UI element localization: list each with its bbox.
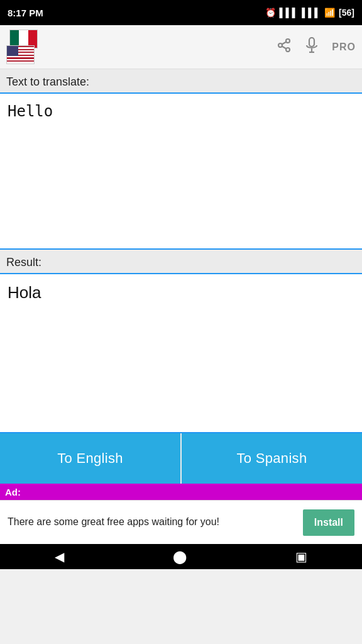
status-time: 8:17 PM — [8, 8, 43, 18]
translate-input[interactable] — [0, 92, 362, 250]
pro-button[interactable]: PRO — [332, 42, 356, 53]
svg-line-4 — [282, 42, 287, 44]
ad-bar: Ad: — [0, 484, 362, 500]
us-flag — [6, 45, 35, 64]
mic-icon[interactable] — [304, 37, 319, 57]
result-box: Hola — [0, 273, 362, 433]
main-content: Text to translate: Result: Hola — [0, 69, 362, 433]
home-button[interactable]: ⬤ — [173, 549, 187, 564]
alarm-icon: ⏰ — [265, 8, 276, 18]
bottom-nav: ◀ ⬤ ▣ — [0, 544, 362, 569]
svg-point-2 — [286, 48, 290, 52]
recents-button[interactable]: ▣ — [295, 549, 307, 564]
svg-point-0 — [286, 39, 290, 43]
status-icons: ⏰ ▌▌▌ ▌▌▌ 📶 [56] — [265, 8, 354, 18]
signal2-icon: ▌▌▌ — [302, 8, 321, 18]
svg-point-1 — [278, 43, 282, 47]
ad-content: There are some great free apps waiting f… — [0, 500, 362, 544]
status-bar: 8:17 PM ⏰ ▌▌▌ ▌▌▌ 📶 [56] — [0, 0, 362, 25]
battery-icon: [56] — [339, 8, 354, 18]
share-icon[interactable] — [277, 38, 292, 57]
flag-icon[interactable] — [6, 30, 44, 64]
svg-rect-5 — [309, 38, 314, 47]
wifi-icon: 📶 — [324, 8, 335, 18]
to-english-button[interactable]: To English — [0, 433, 182, 484]
input-label: Text to translate: — [0, 69, 362, 92]
app-bar-actions: PRO — [277, 37, 356, 57]
button-row: To English To Spanish — [0, 433, 362, 484]
ad-label: Ad: — [5, 487, 21, 497]
signal-icon: ▌▌▌ — [280, 8, 299, 18]
svg-line-3 — [282, 46, 287, 48]
result-text: Hola — [8, 283, 41, 302]
result-label: Result: — [0, 250, 362, 273]
app-bar: PRO — [0, 25, 362, 69]
install-button[interactable]: Install — [303, 509, 354, 536]
back-button[interactable]: ◀ — [55, 549, 64, 564]
ad-message: There are some great free apps waiting f… — [8, 516, 297, 529]
to-spanish-button[interactable]: To Spanish — [182, 433, 362, 484]
